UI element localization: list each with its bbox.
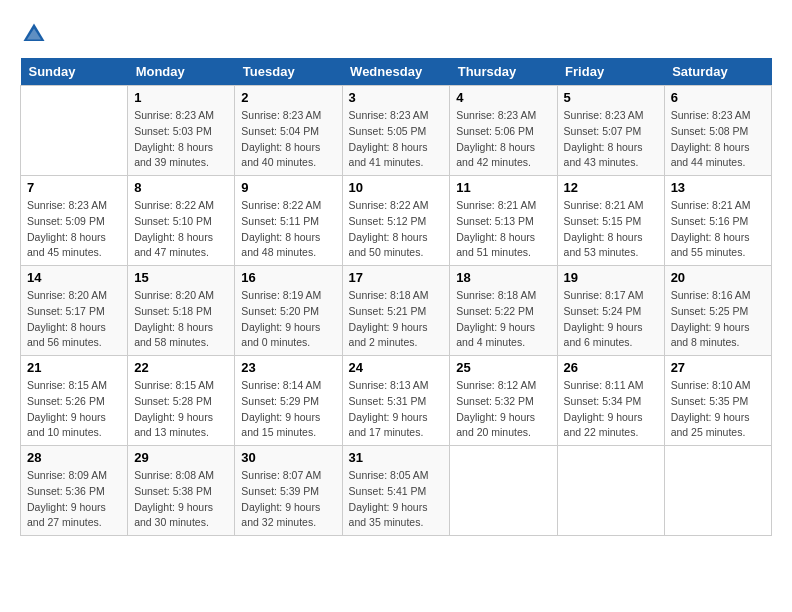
day-cell: 19Sunrise: 8:17 AMSunset: 5:24 PMDayligh… [557, 266, 664, 356]
day-cell: 11Sunrise: 8:21 AMSunset: 5:13 PMDayligh… [450, 176, 557, 266]
day-detail: Sunrise: 8:20 AMSunset: 5:18 PMDaylight:… [134, 288, 228, 351]
day-cell: 9Sunrise: 8:22 AMSunset: 5:11 PMDaylight… [235, 176, 342, 266]
day-cell: 13Sunrise: 8:21 AMSunset: 5:16 PMDayligh… [664, 176, 771, 266]
day-cell: 16Sunrise: 8:19 AMSunset: 5:20 PMDayligh… [235, 266, 342, 356]
day-number: 21 [27, 360, 121, 375]
day-detail: Sunrise: 8:08 AMSunset: 5:38 PMDaylight:… [134, 468, 228, 531]
day-header-thursday: Thursday [450, 58, 557, 86]
day-number: 1 [134, 90, 228, 105]
day-cell: 8Sunrise: 8:22 AMSunset: 5:10 PMDaylight… [128, 176, 235, 266]
day-cell [557, 446, 664, 536]
day-number: 20 [671, 270, 765, 285]
day-cell: 27Sunrise: 8:10 AMSunset: 5:35 PMDayligh… [664, 356, 771, 446]
day-header-sunday: Sunday [21, 58, 128, 86]
day-detail: Sunrise: 8:21 AMSunset: 5:13 PMDaylight:… [456, 198, 550, 261]
day-number: 29 [134, 450, 228, 465]
day-detail: Sunrise: 8:15 AMSunset: 5:26 PMDaylight:… [27, 378, 121, 441]
day-number: 6 [671, 90, 765, 105]
week-row-4: 21Sunrise: 8:15 AMSunset: 5:26 PMDayligh… [21, 356, 772, 446]
days-header-row: SundayMondayTuesdayWednesdayThursdayFrid… [21, 58, 772, 86]
day-detail: Sunrise: 8:16 AMSunset: 5:25 PMDaylight:… [671, 288, 765, 351]
header [20, 20, 772, 48]
day-number: 11 [456, 180, 550, 195]
day-number: 19 [564, 270, 658, 285]
day-detail: Sunrise: 8:11 AMSunset: 5:34 PMDaylight:… [564, 378, 658, 441]
day-detail: Sunrise: 8:12 AMSunset: 5:32 PMDaylight:… [456, 378, 550, 441]
day-number: 13 [671, 180, 765, 195]
day-number: 9 [241, 180, 335, 195]
day-cell: 30Sunrise: 8:07 AMSunset: 5:39 PMDayligh… [235, 446, 342, 536]
day-number: 23 [241, 360, 335, 375]
day-detail: Sunrise: 8:23 AMSunset: 5:03 PMDaylight:… [134, 108, 228, 171]
logo-icon [20, 20, 48, 48]
day-detail: Sunrise: 8:23 AMSunset: 5:09 PMDaylight:… [27, 198, 121, 261]
day-detail: Sunrise: 8:22 AMSunset: 5:12 PMDaylight:… [349, 198, 444, 261]
day-cell: 28Sunrise: 8:09 AMSunset: 5:36 PMDayligh… [21, 446, 128, 536]
day-number: 16 [241, 270, 335, 285]
day-number: 27 [671, 360, 765, 375]
day-cell: 4Sunrise: 8:23 AMSunset: 5:06 PMDaylight… [450, 86, 557, 176]
day-cell: 18Sunrise: 8:18 AMSunset: 5:22 PMDayligh… [450, 266, 557, 356]
day-cell [450, 446, 557, 536]
day-detail: Sunrise: 8:19 AMSunset: 5:20 PMDaylight:… [241, 288, 335, 351]
day-cell: 7Sunrise: 8:23 AMSunset: 5:09 PMDaylight… [21, 176, 128, 266]
day-detail: Sunrise: 8:14 AMSunset: 5:29 PMDaylight:… [241, 378, 335, 441]
day-number: 31 [349, 450, 444, 465]
day-detail: Sunrise: 8:23 AMSunset: 5:07 PMDaylight:… [564, 108, 658, 171]
day-cell: 22Sunrise: 8:15 AMSunset: 5:28 PMDayligh… [128, 356, 235, 446]
day-detail: Sunrise: 8:15 AMSunset: 5:28 PMDaylight:… [134, 378, 228, 441]
day-header-tuesday: Tuesday [235, 58, 342, 86]
day-detail: Sunrise: 8:17 AMSunset: 5:24 PMDaylight:… [564, 288, 658, 351]
day-cell: 14Sunrise: 8:20 AMSunset: 5:17 PMDayligh… [21, 266, 128, 356]
logo [20, 20, 52, 48]
day-detail: Sunrise: 8:22 AMSunset: 5:11 PMDaylight:… [241, 198, 335, 261]
week-row-1: 1Sunrise: 8:23 AMSunset: 5:03 PMDaylight… [21, 86, 772, 176]
week-row-3: 14Sunrise: 8:20 AMSunset: 5:17 PMDayligh… [21, 266, 772, 356]
day-cell: 20Sunrise: 8:16 AMSunset: 5:25 PMDayligh… [664, 266, 771, 356]
day-cell: 3Sunrise: 8:23 AMSunset: 5:05 PMDaylight… [342, 86, 450, 176]
day-detail: Sunrise: 8:22 AMSunset: 5:10 PMDaylight:… [134, 198, 228, 261]
day-cell: 24Sunrise: 8:13 AMSunset: 5:31 PMDayligh… [342, 356, 450, 446]
day-detail: Sunrise: 8:23 AMSunset: 5:06 PMDaylight:… [456, 108, 550, 171]
day-cell: 23Sunrise: 8:14 AMSunset: 5:29 PMDayligh… [235, 356, 342, 446]
day-cell: 26Sunrise: 8:11 AMSunset: 5:34 PMDayligh… [557, 356, 664, 446]
day-detail: Sunrise: 8:21 AMSunset: 5:15 PMDaylight:… [564, 198, 658, 261]
day-cell: 1Sunrise: 8:23 AMSunset: 5:03 PMDaylight… [128, 86, 235, 176]
day-detail: Sunrise: 8:05 AMSunset: 5:41 PMDaylight:… [349, 468, 444, 531]
day-detail: Sunrise: 8:18 AMSunset: 5:22 PMDaylight:… [456, 288, 550, 351]
day-number: 25 [456, 360, 550, 375]
day-number: 7 [27, 180, 121, 195]
day-header-friday: Friday [557, 58, 664, 86]
calendar-table: SundayMondayTuesdayWednesdayThursdayFrid… [20, 58, 772, 536]
day-detail: Sunrise: 8:13 AMSunset: 5:31 PMDaylight:… [349, 378, 444, 441]
day-detail: Sunrise: 8:07 AMSunset: 5:39 PMDaylight:… [241, 468, 335, 531]
day-number: 24 [349, 360, 444, 375]
day-detail: Sunrise: 8:23 AMSunset: 5:05 PMDaylight:… [349, 108, 444, 171]
day-number: 14 [27, 270, 121, 285]
day-number: 28 [27, 450, 121, 465]
day-number: 10 [349, 180, 444, 195]
day-cell: 12Sunrise: 8:21 AMSunset: 5:15 PMDayligh… [557, 176, 664, 266]
day-header-wednesday: Wednesday [342, 58, 450, 86]
day-number: 30 [241, 450, 335, 465]
day-number: 4 [456, 90, 550, 105]
day-detail: Sunrise: 8:23 AMSunset: 5:08 PMDaylight:… [671, 108, 765, 171]
day-cell: 6Sunrise: 8:23 AMSunset: 5:08 PMDaylight… [664, 86, 771, 176]
day-detail: Sunrise: 8:20 AMSunset: 5:17 PMDaylight:… [27, 288, 121, 351]
day-cell: 5Sunrise: 8:23 AMSunset: 5:07 PMDaylight… [557, 86, 664, 176]
week-row-5: 28Sunrise: 8:09 AMSunset: 5:36 PMDayligh… [21, 446, 772, 536]
day-detail: Sunrise: 8:21 AMSunset: 5:16 PMDaylight:… [671, 198, 765, 261]
day-number: 12 [564, 180, 658, 195]
day-number: 8 [134, 180, 228, 195]
day-number: 26 [564, 360, 658, 375]
day-header-saturday: Saturday [664, 58, 771, 86]
week-row-2: 7Sunrise: 8:23 AMSunset: 5:09 PMDaylight… [21, 176, 772, 266]
day-cell: 29Sunrise: 8:08 AMSunset: 5:38 PMDayligh… [128, 446, 235, 536]
day-cell: 17Sunrise: 8:18 AMSunset: 5:21 PMDayligh… [342, 266, 450, 356]
day-number: 2 [241, 90, 335, 105]
day-cell [21, 86, 128, 176]
day-header-monday: Monday [128, 58, 235, 86]
day-cell: 2Sunrise: 8:23 AMSunset: 5:04 PMDaylight… [235, 86, 342, 176]
day-cell: 15Sunrise: 8:20 AMSunset: 5:18 PMDayligh… [128, 266, 235, 356]
day-cell [664, 446, 771, 536]
